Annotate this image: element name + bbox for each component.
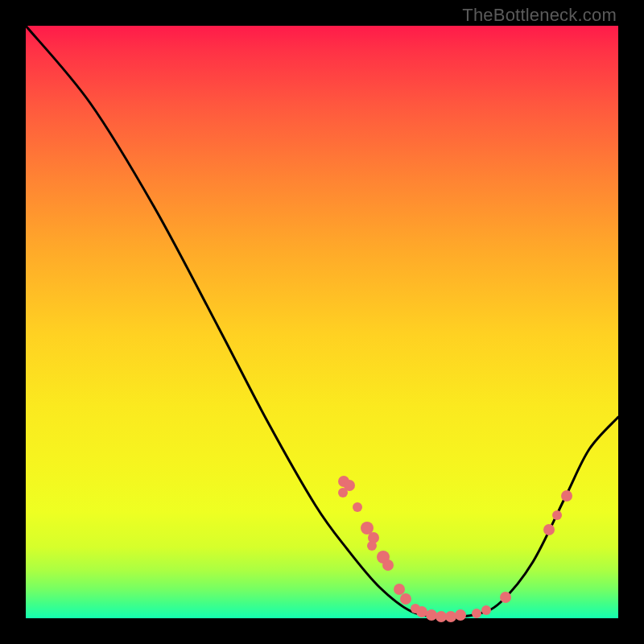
chart-marker (338, 488, 348, 497)
chart-marker (400, 593, 411, 605)
chart-curve (26, 26, 618, 617)
chart-marker (445, 611, 456, 622)
chart-marker (416, 606, 427, 617)
chart-marker (552, 510, 562, 520)
chart-marker (455, 609, 466, 621)
chart-marker (472, 609, 481, 618)
chart-marker (367, 541, 377, 551)
chart-marker (353, 502, 362, 512)
chart-marker (426, 609, 437, 621)
chart-frame (26, 26, 618, 618)
chart-marker (500, 592, 511, 603)
chart-marker (561, 490, 572, 502)
chart-marker (543, 524, 555, 535)
chart-marker (382, 559, 394, 571)
chart-svg (26, 26, 618, 618)
chart-marker (481, 605, 491, 615)
chart-marker (394, 584, 405, 595)
chart-markers (338, 476, 572, 622)
chart-marker (436, 611, 447, 622)
watermark-text: TheBottleneck.com (462, 5, 617, 26)
